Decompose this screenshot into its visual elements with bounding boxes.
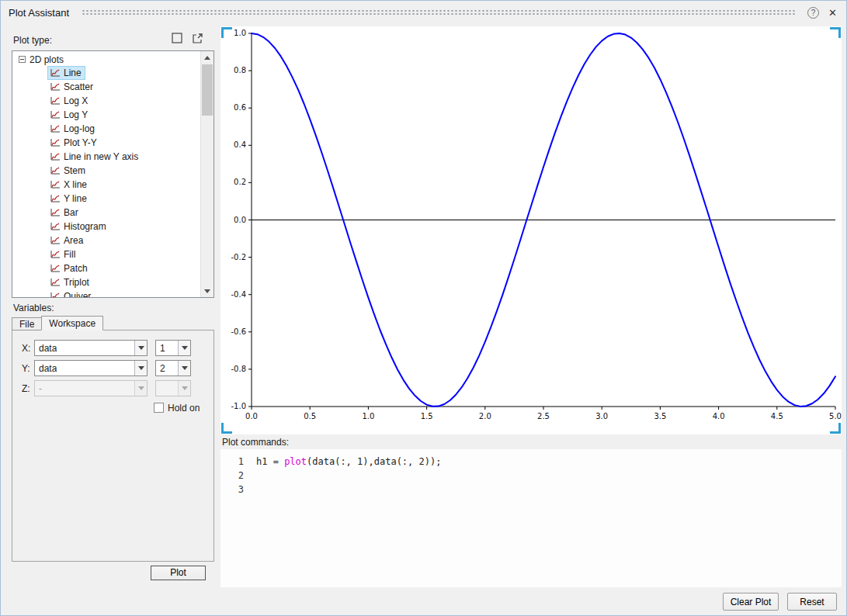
- window-title: Plot Assistant: [9, 7, 69, 19]
- plot-canvas[interactable]: 1.00.80.60.40.20.0-0.2-0.4-0.6-0.8-1.00.…: [220, 26, 842, 434]
- svg-text:-0.4: -0.4: [231, 290, 246, 299]
- blank-figure-icon: [172, 33, 182, 43]
- tree-item-y-line[interactable]: Y line: [12, 192, 200, 206]
- keyword-plot: plot: [284, 456, 307, 467]
- x-label: X:: [22, 343, 30, 354]
- plot-type-icon: [50, 153, 60, 161]
- tree-item-log-y[interactable]: Log Y: [12, 108, 200, 122]
- tab-file[interactable]: File: [12, 317, 42, 330]
- tree-item-log-x[interactable]: Log X: [12, 94, 200, 108]
- tree-item-scatter[interactable]: Scatter: [12, 80, 200, 94]
- tree-item-quiver[interactable]: Quiver: [12, 289, 200, 298]
- tree-item-line[interactable]: Line: [12, 66, 200, 80]
- export-arrow-icon: [192, 33, 203, 44]
- svg-text:3.0: 3.0: [595, 412, 608, 420]
- plot-type-icon: [50, 292, 60, 299]
- hold-on-label: Hold on: [168, 403, 200, 414]
- chevron-down-icon[interactable]: [134, 341, 147, 355]
- plot-type-icon: [50, 209, 60, 217]
- x-column-select[interactable]: 1: [155, 340, 191, 356]
- tree-item-x-line[interactable]: X line: [12, 178, 200, 192]
- svg-text:1.5: 1.5: [421, 412, 433, 420]
- svg-text:0.2: 0.2: [234, 178, 246, 186]
- chevron-down-icon[interactable]: [178, 341, 190, 355]
- svg-text:-0.2: -0.2: [231, 253, 246, 261]
- titlebar: Plot Assistant ? ✕: [1, 1, 846, 24]
- y-column-select[interactable]: 2: [155, 360, 191, 376]
- collapse-icon[interactable]: [19, 56, 26, 63]
- left-panel: Plot type: 2D plots Line Scatter: [7, 29, 217, 609]
- tree-item-log-log[interactable]: Log-log: [12, 122, 200, 136]
- tree-item-stem[interactable]: Stem: [12, 164, 200, 178]
- plot-button[interactable]: Plot: [151, 566, 206, 580]
- line-number: 1: [220, 455, 256, 469]
- tree-item-patch[interactable]: Patch: [12, 261, 200, 275]
- scrollbar-thumb[interactable]: [202, 64, 213, 116]
- line-number: 2: [220, 469, 256, 483]
- line-number: 3: [220, 483, 256, 497]
- plot-type-icon: [50, 139, 60, 147]
- z-variable-select: -: [34, 380, 148, 396]
- tree-item-line-in-new-y-axis[interactable]: Line in new Y axis: [12, 150, 200, 164]
- new-figure-button[interactable]: [170, 31, 184, 45]
- z-label: Z:: [22, 383, 30, 394]
- plot-type-icon: [50, 251, 60, 259]
- close-icon[interactable]: ✕: [828, 7, 837, 19]
- plot-type-icon: [50, 279, 60, 287]
- code-line-3[interactable]: 3: [220, 483, 842, 497]
- selection-corner-icon: [221, 27, 232, 38]
- plot-svg: 1.00.80.60.40.20.0-0.2-0.4-0.6-0.8-1.00.…: [220, 26, 842, 434]
- svg-text:0.6: 0.6: [234, 103, 246, 112]
- clear-plot-button[interactable]: Clear Plot: [723, 593, 779, 611]
- variables-label: Variables:: [13, 303, 54, 313]
- tree-scrollbar[interactable]: [200, 51, 213, 297]
- plot-type-icon: [50, 195, 60, 203]
- svg-text:3.5: 3.5: [654, 412, 666, 420]
- svg-text:4.5: 4.5: [771, 412, 783, 420]
- svg-text:0.4: 0.4: [234, 140, 246, 149]
- svg-text:2.0: 2.0: [479, 412, 491, 420]
- plot-type-icon: [50, 125, 60, 133]
- x-variable-select[interactable]: data: [34, 340, 148, 356]
- tree-item-bar[interactable]: Bar: [12, 206, 200, 220]
- hold-on-checkbox[interactable]: [154, 403, 164, 413]
- tree-root-2d-plots[interactable]: 2D plots: [12, 53, 200, 66]
- tree-item-triplot[interactable]: Triplot: [12, 275, 200, 289]
- scroll-down-icon[interactable]: [201, 285, 213, 297]
- plot-commands-label: Plot commands:: [222, 437, 289, 448]
- plot-type-icon: [50, 181, 60, 189]
- drag-handle-dots: [82, 9, 795, 16]
- selection-corner-icon: [830, 423, 841, 434]
- x-variable-row: X: data 1: [12, 340, 213, 356]
- chevron-down-icon: [134, 381, 147, 396]
- plot-commands-editor[interactable]: 1 h1 = plot(data(:, 1),data(:, 2)); 2 3: [220, 449, 842, 587]
- svg-text:-0.6: -0.6: [231, 327, 246, 336]
- plot-type-icon: [50, 223, 60, 231]
- svg-text:5.0: 5.0: [829, 412, 842, 420]
- z-variable-row: Z: -: [12, 380, 213, 396]
- tree-item-area[interactable]: Area: [12, 234, 200, 247]
- y-variable-row: Y: data 2: [12, 360, 213, 376]
- export-figure-button[interactable]: [190, 31, 204, 45]
- reset-button[interactable]: Reset: [787, 593, 837, 611]
- help-icon[interactable]: ?: [807, 7, 819, 19]
- workspace-tab-panel: X: data 1 Y: data 2: [12, 330, 214, 562]
- svg-text:0.0: 0.0: [245, 412, 258, 420]
- code-line-1[interactable]: 1 h1 = plot(data(:, 1),data(:, 2));: [220, 455, 842, 469]
- tab-workspace[interactable]: Workspace: [41, 316, 103, 330]
- code-line-2[interactable]: 2: [220, 469, 842, 483]
- svg-text:-1.0: -1.0: [231, 402, 246, 410]
- plot-type-icon: [50, 265, 60, 273]
- tree-item-histogram[interactable]: Histogram: [12, 220, 200, 234]
- svg-text:1.0: 1.0: [362, 412, 374, 420]
- scroll-up-icon[interactable]: [201, 51, 213, 64]
- tree-item-plot-y-y[interactable]: Plot Y-Y: [12, 136, 200, 150]
- plot-type-icon: [50, 83, 60, 92]
- chevron-down-icon[interactable]: [178, 361, 190, 375]
- y-variable-select[interactable]: data: [34, 360, 148, 376]
- svg-text:2.5: 2.5: [537, 412, 550, 420]
- tree-item-fill[interactable]: Fill: [12, 247, 200, 261]
- svg-text:0.8: 0.8: [234, 66, 246, 74]
- plot-type-icon: [50, 97, 60, 106]
- chevron-down-icon[interactable]: [134, 361, 147, 375]
